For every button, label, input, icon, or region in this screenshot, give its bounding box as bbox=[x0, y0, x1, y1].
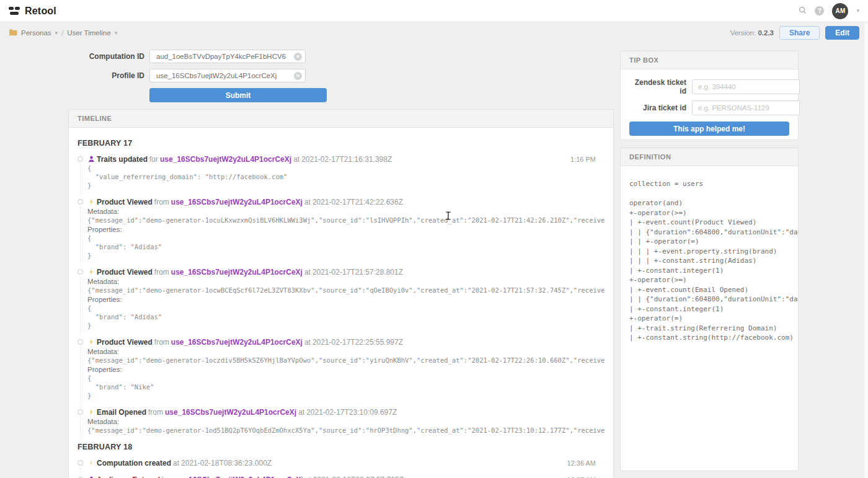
definition-text: collection = users operator(and) +-opera… bbox=[621, 166, 798, 356]
event-bullet[interactable] bbox=[78, 269, 83, 275]
zendesk-ticket-label: Zendesk ticket id bbox=[629, 78, 686, 95]
clear-icon[interactable]: × bbox=[294, 72, 302, 80]
profile-link[interactable]: use_16SCbs7uejtW2y2uL4P1ocrCeXj bbox=[171, 268, 303, 277]
tip-box-panel: TIP BOX Zendesk ticket id Jira ticket id… bbox=[620, 51, 799, 140]
submit-button[interactable]: Submit bbox=[149, 88, 327, 102]
breadcrumb-folder[interactable]: Personas bbox=[21, 29, 51, 37]
zendesk-ticket-input[interactable] bbox=[692, 79, 800, 94]
event-code: {"message_id":"demo-generator-1ocuLKxwzx… bbox=[78, 216, 604, 224]
timeline-event: Product Viewedfromuse_16SCbs7uejtW2y2uL4… bbox=[78, 268, 604, 330]
event-bullet[interactable] bbox=[78, 199, 83, 205]
event-section-label: Metadata: bbox=[78, 347, 604, 356]
event-code: { "brand": "Nike" } bbox=[78, 374, 604, 400]
event-section-label: Properties: bbox=[78, 365, 604, 374]
event-timestamp: 2021-02-17T21:57:28.801Z bbox=[312, 268, 403, 277]
event-bullet[interactable] bbox=[78, 156, 83, 162]
event-connector: from bbox=[154, 268, 169, 277]
profile-link[interactable]: use_16SCbs7uejtW2y2uL4P1ocrCeXj bbox=[160, 155, 291, 164]
timeline-event: Email Openedfromuse_16SCbs7uejtW2y2uL4P1… bbox=[78, 408, 604, 435]
timeline-header: TIMELINE bbox=[69, 110, 613, 128]
chevron-down-icon[interactable]: ▾ bbox=[115, 30, 118, 36]
event-at-word: at bbox=[305, 476, 311, 478]
lightning-icon bbox=[88, 268, 95, 275]
retool-logo[interactable]: Retool bbox=[9, 6, 56, 17]
event-title: Email Opened bbox=[97, 408, 146, 417]
event-title: Computation created bbox=[97, 459, 171, 467]
event-timestamp: 2021-02-17T23:10:09.697Z bbox=[306, 408, 397, 417]
event-timestamp: 2021-02-18T08:36:23.000Z bbox=[181, 459, 272, 467]
edit-button[interactable]: Edit bbox=[825, 26, 859, 40]
event-connector: for bbox=[149, 155, 158, 164]
jira-ticket-input[interactable] bbox=[692, 100, 800, 115]
app-helped-button[interactable]: This app helped me! bbox=[629, 122, 789, 136]
help-icon[interactable]: ? bbox=[815, 6, 824, 15]
computation-id-input[interactable] bbox=[149, 50, 306, 63]
event-time-right: 12:36 AM bbox=[567, 459, 596, 467]
event-at-word: at bbox=[173, 459, 179, 467]
retool-logo-icon bbox=[9, 6, 20, 16]
event-section-label: Properties: bbox=[78, 225, 604, 234]
event-code: { "brand": "Adidas" } bbox=[78, 304, 604, 330]
chevron-down-icon[interactable]: ▾ bbox=[55, 30, 58, 36]
event-title: Traits updated bbox=[97, 155, 148, 164]
event-code: { "value_referrering_domain": "http://fa… bbox=[78, 164, 604, 190]
event-title: Audience Entered bbox=[97, 476, 160, 478]
event-time-right: 1:16 PM bbox=[570, 156, 596, 163]
event-title: Product Viewed bbox=[97, 338, 153, 347]
top-bar: Retool ? AM ▾ bbox=[0, 0, 868, 22]
event-bullet[interactable] bbox=[78, 409, 83, 415]
chevron-down-icon[interactable]: ▾ bbox=[856, 8, 859, 14]
profile-id-input[interactable] bbox=[149, 69, 306, 82]
breadcrumb-bar: Personas ▾ / User Timeline ▾ Version: 0.… bbox=[0, 22, 868, 43]
definition-header: DEFINITION bbox=[621, 148, 798, 166]
event-code: {"message_id":"demo-generator-1ocwBCEqSc… bbox=[78, 286, 604, 294]
event-title-line: Product Viewedfromuse_16SCbs7uejtW2y2uL4… bbox=[78, 338, 604, 347]
share-button[interactable]: Share bbox=[779, 26, 820, 40]
event-title-line: Computation createdat2021-02-18T08:36:23… bbox=[78, 459, 604, 467]
event-code: {"message_id":"demo-generator-1oczdiv5BH… bbox=[78, 356, 604, 365]
computation-id-label: Computation ID bbox=[64, 52, 144, 61]
jira-ticket-label: Jira ticket id bbox=[629, 104, 686, 112]
tip-box-header: TIP BOX bbox=[621, 51, 798, 69]
event-code: {"message_id":"demo-generator-1od51BQ2pT… bbox=[78, 426, 604, 435]
date-heading: FEBRUARY 17 bbox=[78, 139, 604, 148]
event-title: Product Viewed bbox=[97, 198, 153, 206]
profile-link[interactable]: use_16SCbs7uejtW2y2uL4P1ocrCeXj bbox=[165, 408, 296, 417]
lightning-icon bbox=[88, 198, 95, 205]
event-connector: by bbox=[162, 476, 170, 478]
breadcrumb-page[interactable]: User Timeline bbox=[67, 29, 110, 37]
date-heading: FEBRUARY 18 bbox=[78, 443, 604, 451]
lightning-icon bbox=[88, 409, 95, 415]
event-connector: from bbox=[154, 338, 169, 347]
event-connector: from bbox=[154, 198, 169, 206]
avatar[interactable]: AM bbox=[832, 3, 848, 19]
clear-icon[interactable]: × bbox=[294, 53, 302, 61]
event-bullet[interactable] bbox=[78, 460, 83, 466]
event-title: Product Viewed bbox=[97, 268, 153, 277]
event-section-label: Properties: bbox=[78, 295, 604, 304]
timeline-event: Computation createdat2021-02-18T08:36:23… bbox=[78, 459, 604, 467]
version-label: Version: 0.2.3 bbox=[730, 29, 774, 37]
event-at-word: at bbox=[298, 408, 304, 417]
timeline-event: Traits updatedforuse_16SCbs7uejtW2y2uL4P… bbox=[78, 155, 604, 190]
event-title-line: Product Viewedfromuse_16SCbs7uejtW2y2uL4… bbox=[78, 198, 604, 206]
event-at-word: at bbox=[304, 198, 311, 206]
profile-link[interactable]: use_16SCbs7uejtW2y2uL4P1ocrCeXj bbox=[171, 338, 303, 347]
profile-link[interactable]: use_16SCbs7uejtW2y2uL4P1ocrCeXj bbox=[172, 476, 303, 478]
event-section-label: Metadata: bbox=[78, 417, 604, 426]
event-section-label: Metadata: bbox=[78, 277, 604, 286]
scrollbar-track[interactable] bbox=[864, 22, 868, 478]
profile-link[interactable]: use_16SCbs7uejtW2y2uL4P1ocrCeXj bbox=[171, 198, 303, 206]
event-bullet[interactable] bbox=[78, 339, 83, 345]
event-title-line: Email Openedfromuse_16SCbs7uejtW2y2uL4P1… bbox=[78, 408, 604, 417]
event-at-word: at bbox=[293, 155, 299, 164]
brand-name: Retool bbox=[25, 6, 56, 17]
breadcrumb-separator: / bbox=[61, 29, 63, 37]
timeline-event: Audience Enteredbyuse_16SCbs7uejtW2y2uL4… bbox=[78, 476, 604, 478]
event-title-line: Audience Enteredbyuse_16SCbs7uejtW2y2uL4… bbox=[78, 476, 604, 478]
search-icon[interactable] bbox=[799, 6, 807, 16]
breadcrumb: Personas ▾ / User Timeline ▾ bbox=[9, 29, 117, 37]
lightning-icon bbox=[88, 459, 95, 466]
timeline-event: Product Viewedfromuse_16SCbs7uejtW2y2uL4… bbox=[78, 338, 604, 400]
event-connector: from bbox=[148, 408, 163, 417]
